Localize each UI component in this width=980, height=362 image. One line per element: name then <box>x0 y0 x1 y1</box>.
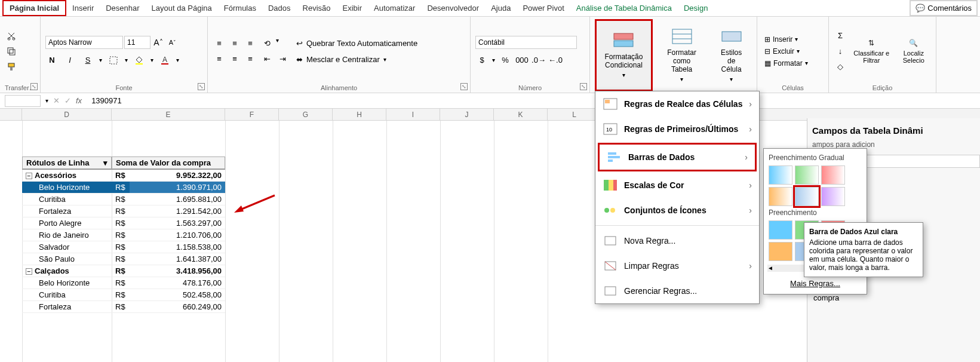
align-bottom-button[interactable]: ≡ <box>244 37 257 50</box>
increase-indent-button[interactable]: ⇥ <box>276 53 289 66</box>
delete-dropdown[interactable]: ▾ <box>797 48 800 54</box>
fill-color-dropdown[interactable]: ▾ <box>150 57 153 63</box>
font-launcher[interactable]: ⤡ <box>198 83 205 90</box>
tab-view[interactable]: Exibir <box>337 1 368 15</box>
borders-dropdown[interactable]: ▾ <box>125 57 128 63</box>
cf-icon-sets[interactable]: Conjuntos de Ícones › <box>595 198 759 223</box>
accounting-dropdown[interactable]: ▾ <box>492 57 495 63</box>
pivot-row-header[interactable]: Rótulos de Linha ▾ <box>22 157 112 169</box>
format-cells-button[interactable]: ▦Formatar▾ <box>762 58 824 69</box>
cf-clear-rules[interactable]: Limpar Regras › <box>595 253 759 278</box>
orientation-button[interactable]: ⟲ <box>260 37 274 50</box>
percent-button[interactable]: % <box>499 54 512 67</box>
db-gradient-purple[interactable] <box>821 187 845 206</box>
formula-input[interactable] <box>87 95 975 107</box>
accounting-format-button[interactable]: $ <box>475 54 489 67</box>
decrease-decimal-button[interactable]: ←.0 <box>549 54 562 67</box>
number-format-select[interactable] <box>475 36 577 49</box>
pivot-city[interactable]: Salvador <box>22 241 112 253</box>
alignment-launcher[interactable]: ⤡ <box>460 83 468 90</box>
fill-button[interactable]: ↓ <box>834 45 847 58</box>
borders-button[interactable] <box>107 54 120 67</box>
decrease-font-button[interactable]: A˅ <box>166 36 179 49</box>
tab-home[interactable]: Página Inicial <box>2 0 66 16</box>
db-solid-orange[interactable] <box>769 242 792 261</box>
pivot-city[interactable]: Belo Horizonte <box>22 182 112 194</box>
align-left-button[interactable]: ≡ <box>213 53 226 66</box>
tab-automate[interactable]: Automatizar <box>368 1 421 15</box>
db-gradient-lightblue[interactable] <box>795 187 819 206</box>
filter-dropdown-icon[interactable]: ▾ <box>103 158 107 167</box>
collapse-icon[interactable]: − <box>26 173 32 179</box>
name-box-dropdown[interactable]: ▾ <box>45 97 48 104</box>
col-H[interactable]: H <box>333 109 386 120</box>
pivot-city[interactable]: Curitiba <box>22 289 112 301</box>
name-box[interactable] <box>5 95 41 107</box>
clipboard-launcher[interactable]: ⤡ <box>30 83 38 90</box>
col-F[interactable]: F <box>225 109 279 120</box>
pivot-value[interactable]: 660.249,00 <box>130 301 225 313</box>
pivot-category[interactable]: −Calçados <box>22 265 112 277</box>
formula-enter[interactable]: ✓ <box>64 96 71 105</box>
col-I[interactable]: I <box>386 109 440 120</box>
db-gradient-blue[interactable] <box>769 165 792 185</box>
cellstyles-dropdown[interactable]: ▾ <box>730 76 733 82</box>
fill-color-button[interactable] <box>133 54 146 67</box>
increase-font-button[interactable]: A˄ <box>152 36 165 49</box>
tab-data[interactable]: Dados <box>262 1 297 15</box>
col-E[interactable]: E <box>112 109 225 120</box>
tab-insert[interactable]: Inserir <box>66 1 100 15</box>
pivot-value[interactable]: 1.695.881,00 <box>130 194 225 205</box>
bold-button[interactable]: N <box>45 54 59 67</box>
tab-draw[interactable]: Desenhar <box>100 1 145 15</box>
formula-cancel[interactable]: ✕ <box>53 96 60 105</box>
sort-filter-button[interactable]: ⇅ Classificar e Filtrar <box>850 19 893 83</box>
comments-button[interactable]: 💬 Comentários <box>910 0 978 16</box>
delete-cells-button[interactable]: ⊟Excluir▾ <box>762 46 824 57</box>
db-solid-blue[interactable] <box>769 220 792 240</box>
font-color-button[interactable]: A <box>158 54 171 67</box>
col-G[interactable]: G <box>279 109 333 120</box>
collapse-icon[interactable]: − <box>26 268 32 275</box>
cf-color-scales[interactable]: Escalas de Cor › <box>595 173 759 198</box>
col-L[interactable]: L <box>548 109 601 120</box>
align-right-button[interactable]: ≡ <box>244 53 257 66</box>
pivot-value[interactable]: 1.390.971,00 <box>130 182 225 194</box>
cf-top-bottom[interactable]: 10 Regras de Primeiros/Últimos › <box>595 116 759 142</box>
font-size-select[interactable] <box>124 36 150 49</box>
cf-dropdown[interactable]: ▾ <box>622 72 625 78</box>
db-gradient-orange[interactable] <box>769 187 792 206</box>
align-middle-button[interactable]: ≡ <box>228 37 241 50</box>
fx-icon[interactable]: fx <box>76 96 82 105</box>
tab-review[interactable]: Revisão <box>297 1 337 15</box>
insert-cells-button[interactable]: ⊞Inserir▾ <box>762 34 824 45</box>
cf-new-rule[interactable]: Nova Regra... <box>595 228 759 253</box>
pivot-value[interactable]: 1.563.297,00 <box>130 217 225 229</box>
clear-button[interactable]: ◇ <box>834 60 847 73</box>
pivot-city[interactable]: São Paulo <box>22 253 112 265</box>
cf-highlight-cells[interactable]: Regras de Realce das Células › <box>595 91 759 116</box>
decrease-indent-button[interactable]: ⇤ <box>260 53 274 66</box>
copy-button[interactable] <box>5 45 18 58</box>
format-painter-button[interactable] <box>5 60 18 73</box>
pivot-city[interactable]: Belo Horizonte <box>22 277 112 289</box>
underline-dropdown[interactable]: ▾ <box>99 57 102 63</box>
underline-button[interactable]: S <box>81 54 94 67</box>
autosum-button[interactable]: Σ <box>834 29 847 42</box>
conditional-formatting-button[interactable]: Formatação Condicional▾ <box>595 19 653 91</box>
pivot-value[interactable]: 478.176,00 <box>130 277 225 289</box>
font-color-dropdown[interactable]: ▾ <box>176 57 179 63</box>
pivot-value[interactable]: 1.210.706,00 <box>130 229 225 241</box>
tab-design[interactable]: Design <box>678 1 714 15</box>
align-center-button[interactable]: ≡ <box>228 53 241 66</box>
format-dropdown[interactable]: ▾ <box>805 60 808 66</box>
pivot-value[interactable]: 502.458,00 <box>130 289 225 301</box>
pivot-city[interactable]: Fortaleza <box>22 301 112 313</box>
db-gradient-red[interactable] <box>821 165 845 185</box>
cf-manage-rules[interactable]: Gerenciar Regras... <box>595 278 759 303</box>
col-K[interactable]: K <box>494 109 548 120</box>
col-J[interactable]: J <box>440 109 494 120</box>
cf-data-bars[interactable]: Barras de Dados › <box>598 143 757 171</box>
pivot-value[interactable]: 1.158.538,00 <box>130 241 225 253</box>
pivot-city[interactable]: Fortaleza <box>22 205 112 217</box>
